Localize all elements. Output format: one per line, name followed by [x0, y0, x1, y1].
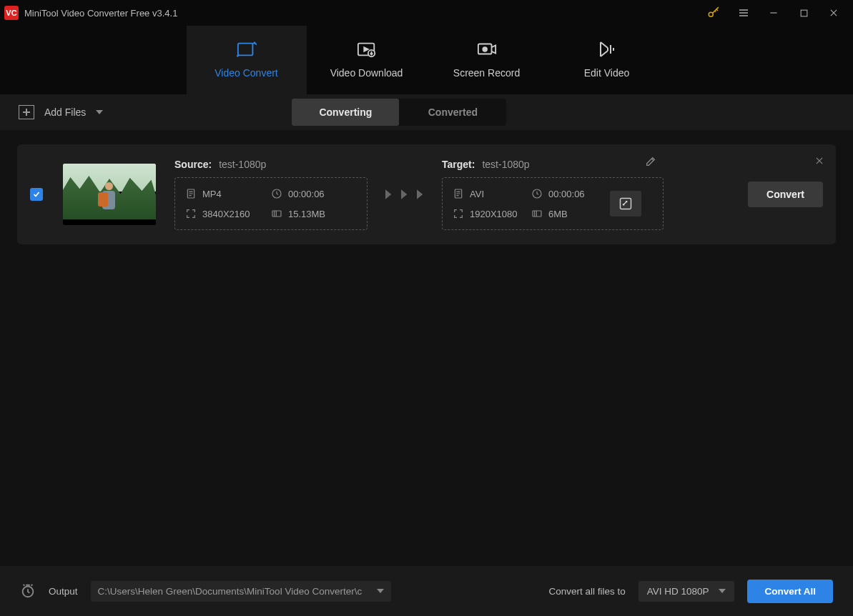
app-logo-icon: VC [4, 6, 19, 20]
video-thumbnail[interactable] [63, 164, 156, 225]
menu-icon[interactable] [729, 0, 759, 26]
output-path-select[interactable]: C:\Users\Helen Green\Documents\MiniTool … [91, 581, 391, 602]
convert-button[interactable]: Convert [748, 182, 823, 207]
close-icon[interactable] [819, 0, 849, 26]
maximize-icon[interactable] [789, 0, 819, 26]
tab-edit-label: Edit Video [584, 67, 630, 79]
file-icon [185, 188, 197, 199]
svg-rect-1 [801, 10, 807, 16]
svg-rect-2 [237, 44, 252, 56]
tab-video-convert[interactable]: Video Convert [187, 26, 307, 94]
convert-icon [237, 41, 257, 57]
tab-screen-record[interactable]: Screen Record [427, 26, 547, 94]
main-tabs: Video Convert Video Download Screen Reco… [0, 26, 853, 94]
source-spec-box: MP4 00:00:06 3840X2160 15.13MB [174, 177, 368, 230]
svg-point-7 [483, 47, 487, 51]
target-info: Target: test-1080p AVI 00:00:06 [442, 159, 664, 230]
target-format: AVI [470, 189, 484, 199]
schedule-icon[interactable] [20, 583, 36, 599]
titlebar: VC MiniTool Video Converter Free v3.4.1 [0, 0, 853, 26]
target-duration: 00:00:06 [548, 189, 585, 199]
target-spec-box: AVI 00:00:06 1920X1080 6 [442, 177, 664, 230]
app-window: VC MiniTool Video Converter Free v3.4.1 … [0, 0, 853, 616]
target-name: test-1080p [482, 159, 529, 170]
minimize-icon[interactable] [759, 0, 789, 26]
tab-convert-label: Video Convert [215, 67, 277, 79]
add-files-label: Add Files [44, 106, 86, 118]
chevron-down-icon [96, 110, 103, 114]
content-area: Source: test-1080p MP4 00:00:06 3840X216… [0, 130, 853, 566]
toolbar: Add Files Converting Converted [0, 94, 853, 130]
clock-icon [531, 188, 543, 199]
convert-all-to-label: Convert all files to [548, 586, 625, 597]
source-label: Source: [174, 159, 212, 170]
tab-video-download[interactable]: Video Download [307, 26, 427, 94]
source-format: MP4 [202, 189, 222, 199]
remove-item-icon[interactable] [814, 156, 824, 169]
svg-rect-13 [621, 199, 631, 209]
add-files-button[interactable]: Add Files [9, 101, 113, 124]
bottom-bar: Output C:\Users\Helen Green\Documents\Mi… [0, 566, 853, 616]
svg-rect-14 [533, 211, 541, 217]
chevron-down-icon [377, 589, 384, 593]
svg-point-0 [709, 12, 713, 16]
clock-icon [271, 188, 282, 199]
tab-converted[interactable]: Converted [399, 99, 506, 126]
size-icon [531, 208, 543, 219]
resolution-icon [185, 208, 197, 219]
key-icon[interactable] [699, 0, 729, 26]
output-format-value: AVI HD 1080P [647, 586, 709, 597]
tab-edit-video[interactable]: Edit Video [547, 26, 667, 94]
svg-marker-4 [364, 47, 368, 51]
edit-video-icon [597, 41, 617, 57]
convert-all-button[interactable]: Convert All [747, 580, 833, 603]
output-path-value: C:\Users\Helen Green\Documents\MiniTool … [98, 586, 363, 597]
record-icon [477, 41, 497, 57]
source-info: Source: test-1080p MP4 00:00:06 3840X216… [174, 159, 368, 230]
chevron-down-icon [719, 589, 726, 593]
tab-converting[interactable]: Converting [292, 99, 399, 126]
output-label: Output [49, 586, 78, 597]
tab-record-label: Screen Record [453, 67, 520, 79]
status-segmented: Converting Converted [292, 99, 506, 126]
add-file-icon [19, 105, 34, 119]
item-checkbox[interactable] [30, 188, 43, 201]
source-size: 15.13MB [288, 209, 325, 219]
target-size: 6MB [548, 209, 568, 219]
resolution-icon [453, 208, 464, 219]
source-name: test-1080p [219, 159, 266, 170]
file-icon [453, 188, 464, 199]
size-icon [271, 208, 282, 219]
tab-download-label: Video Download [330, 67, 403, 79]
edit-output-icon[interactable] [645, 156, 656, 170]
source-resolution: 3840X2160 [202, 209, 250, 219]
target-resolution: 1920X1080 [470, 209, 518, 219]
output-format-select[interactable]: AVI HD 1080P [638, 581, 735, 602]
download-icon [357, 41, 377, 57]
arrows-icon [382, 187, 428, 202]
target-label: Target: [442, 159, 475, 170]
source-duration: 00:00:06 [288, 189, 325, 199]
app-title: MiniTool Video Converter Free v3.4.1 [24, 8, 177, 19]
svg-rect-10 [272, 211, 281, 217]
conversion-item: Source: test-1080p MP4 00:00:06 3840X216… [17, 144, 836, 244]
target-settings-button[interactable] [610, 191, 641, 217]
